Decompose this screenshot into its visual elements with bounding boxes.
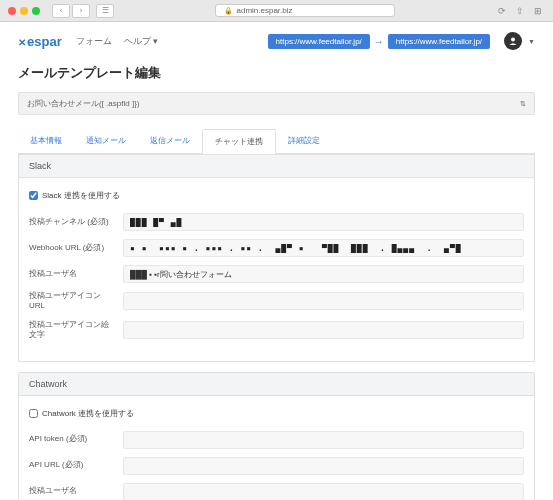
back-button[interactable]: ‹ (52, 4, 70, 18)
template-selector[interactable]: お問い合わせメール([ .aspfid ]}) ⇅ (18, 92, 535, 115)
forward-button[interactable]: › (72, 4, 90, 18)
tab-notify[interactable]: 通知メール (74, 129, 138, 153)
nav-help[interactable]: ヘルプ ▾ (124, 35, 159, 48)
nav-button-group: ‹ › (52, 4, 90, 18)
site-pill-1[interactable]: https://www.feedtailor.jp/ (268, 34, 370, 49)
slack-channel-input[interactable] (123, 213, 524, 231)
chatwork-enable-checkbox[interactable] (29, 409, 38, 418)
template-selector-label: お問い合わせメール([ .aspfid ]}) (27, 98, 139, 109)
svg-point-0 (511, 38, 515, 42)
tabs-icon[interactable]: ⊞ (531, 4, 545, 18)
slack-section: Slack Slack 連携を使用する 投稿チャンネル (必須) Webhook… (18, 154, 535, 362)
arrow-right-icon: → (374, 36, 384, 47)
slack-enable-row: Slack 連携を使用する (29, 190, 524, 201)
chatwork-section-body: Chatwork 連携を使用する API token (必須) API URL … (19, 396, 534, 500)
nav-menu: フォーム ヘルプ ▾ (76, 35, 159, 48)
slack-channel-row: 投稿チャンネル (必須) (29, 213, 524, 231)
lock-icon: 🔒 (224, 7, 233, 15)
slack-username-row: 投稿ユーザ名 (29, 265, 524, 283)
chatwork-url-row: API URL (必須) (29, 457, 524, 475)
slack-webhook-input[interactable] (123, 239, 524, 257)
chatwork-enable-row: Chatwork 連携を使用する (29, 408, 524, 419)
slack-enable-label: Slack 連携を使用する (42, 190, 120, 201)
chatwork-url-label: API URL (必須) (29, 460, 115, 470)
browser-chrome: ‹ › ☰ 🔒 admin.espar.biz ⟳ ⇧ ⊞ (0, 0, 553, 22)
window-maximize-icon[interactable] (32, 7, 40, 15)
slack-section-title: Slack (19, 155, 534, 178)
slack-webhook-label: Webhook URL (必須) (29, 243, 115, 253)
nav-forms[interactable]: フォーム (76, 35, 112, 48)
url-text: admin.espar.biz (237, 6, 293, 15)
window-close-icon[interactable] (8, 7, 16, 15)
slack-username-input[interactable] (123, 265, 524, 283)
slack-webhook-row: Webhook URL (必須) (29, 239, 524, 257)
refresh-icon[interactable]: ⟳ (495, 4, 509, 18)
traffic-lights (8, 7, 40, 15)
sidebar-toggle-button[interactable]: ☰ (96, 4, 114, 18)
slack-iconurl-input[interactable] (123, 292, 524, 310)
site-pill-2[interactable]: https://www.feedtailor.jp/ (388, 34, 490, 49)
chatwork-username-label: 投稿ユーザ名 (29, 486, 115, 496)
chatwork-token-label: API token (必須) (29, 434, 115, 444)
slack-emoji-row: 投稿ユーザアイコン絵文字 (29, 320, 524, 341)
page-content: espar フォーム ヘルプ ▾ https://www.feedtailor.… (0, 22, 553, 500)
chevron-updown-icon: ⇅ (520, 100, 526, 108)
chatwork-token-input[interactable] (123, 431, 524, 449)
slack-emoji-input[interactable] (123, 321, 524, 339)
chatwork-username-row: 投稿ユーザ名 (29, 483, 524, 500)
logo[interactable]: espar (18, 34, 62, 49)
slack-emoji-label: 投稿ユーザアイコン絵文字 (29, 320, 115, 341)
slack-enable-checkbox[interactable] (29, 191, 38, 200)
slack-iconurl-row: 投稿ユーザアイコンURL (29, 291, 524, 312)
slack-section-body: Slack 連携を使用する 投稿チャンネル (必須) Webhook URL (… (19, 178, 534, 361)
chatwork-url-input[interactable] (123, 457, 524, 475)
chatwork-section-title: Chatwork (19, 373, 534, 396)
chevron-down-icon[interactable]: ▼ (528, 38, 535, 45)
chatwork-username-input[interactable] (123, 483, 524, 500)
tab-bar: 基本情報 通知メール 返信メール チャット連携 詳細設定 (18, 129, 535, 154)
url-field[interactable]: 🔒 admin.espar.biz (215, 4, 395, 17)
slack-iconurl-label: 投稿ユーザアイコンURL (29, 291, 115, 312)
tab-detail[interactable]: 詳細設定 (276, 129, 332, 153)
chatwork-token-row: API token (必須) (29, 431, 524, 449)
chatwork-section: Chatwork Chatwork 連携を使用する API token (必須)… (18, 372, 535, 500)
tab-chat[interactable]: チャット連携 (202, 129, 276, 154)
chatwork-enable-label: Chatwork 連携を使用する (42, 408, 134, 419)
slack-username-label: 投稿ユーザ名 (29, 269, 115, 279)
user-icon (508, 36, 518, 46)
app-header: espar フォーム ヘルプ ▾ https://www.feedtailor.… (18, 22, 535, 60)
window-minimize-icon[interactable] (20, 7, 28, 15)
tab-basic[interactable]: 基本情報 (18, 129, 74, 153)
slack-channel-label: 投稿チャンネル (必須) (29, 217, 115, 227)
user-avatar[interactable] (504, 32, 522, 50)
url-bar: 🔒 admin.espar.biz (118, 4, 491, 17)
page-title: メールテンプレート編集 (18, 64, 535, 82)
header-right: https://www.feedtailor.jp/ → https://www… (268, 32, 535, 50)
tab-reply[interactable]: 返信メール (138, 129, 202, 153)
share-icon[interactable]: ⇧ (513, 4, 527, 18)
